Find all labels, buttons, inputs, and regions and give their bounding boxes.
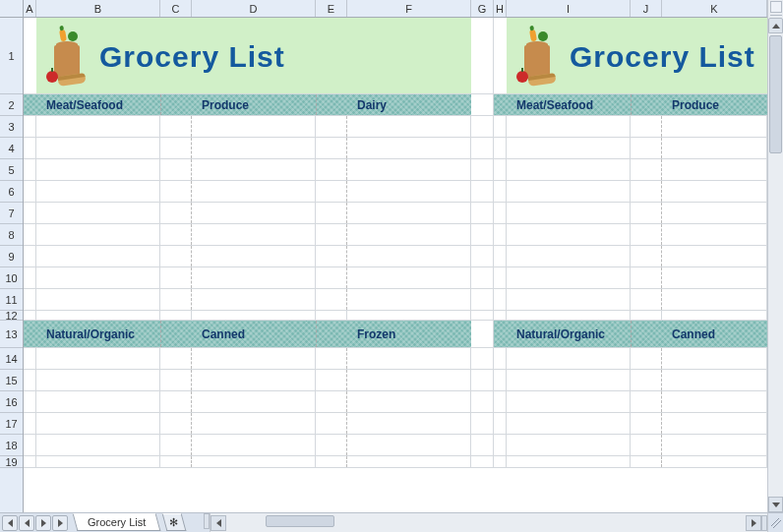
cell[interactable] [316, 181, 347, 202]
cell[interactable] [494, 289, 507, 310]
scroll-up-button[interactable] [768, 18, 783, 33]
cell[interactable] [471, 159, 494, 180]
cell[interactable] [507, 413, 631, 434]
cell[interactable] [631, 370, 662, 390]
cell[interactable] [192, 246, 316, 266]
cell[interactable] [471, 435, 494, 455]
cell[interactable] [494, 203, 507, 223]
cell[interactable] [507, 456, 631, 467]
cell[interactable] [507, 159, 631, 180]
cell[interactable] [494, 456, 507, 467]
cell[interactable] [507, 289, 631, 310]
sheet-tab[interactable]: Grocery List [73, 513, 161, 531]
cell[interactable] [494, 348, 507, 369]
cell[interactable] [347, 116, 471, 137]
cell[interactable] [494, 391, 507, 412]
row-header[interactable]: 10 [0, 267, 23, 289]
cell[interactable] [192, 391, 316, 412]
scroll-right-button[interactable] [746, 515, 761, 531]
cell[interactable] [347, 138, 471, 158]
cell[interactable] [347, 267, 471, 288]
cell[interactable] [631, 311, 662, 320]
cell[interactable] [36, 267, 160, 288]
cell[interactable] [24, 18, 36, 93]
scroll-thumb[interactable] [266, 515, 334, 527]
cell[interactable] [507, 391, 631, 412]
cell[interactable] [347, 203, 471, 223]
cell[interactable] [347, 435, 471, 455]
row-header[interactable]: 5 [0, 159, 23, 181]
cell[interactable] [631, 224, 662, 245]
row-header[interactable]: 7 [0, 203, 23, 224]
column-header[interactable]: J [631, 0, 662, 17]
cell[interactable] [631, 321, 662, 347]
cell[interactable] [494, 435, 507, 455]
row-header[interactable]: 17 [0, 413, 23, 435]
cell[interactable] [192, 348, 316, 369]
cell[interactable] [631, 116, 662, 137]
cell[interactable] [24, 435, 36, 455]
cell[interactable] [316, 159, 347, 180]
cell[interactable] [471, 224, 494, 245]
cell[interactable] [160, 116, 192, 137]
cell[interactable] [494, 18, 507, 93]
cell[interactable] [316, 224, 347, 245]
cell[interactable] [347, 289, 471, 310]
cell[interactable] [316, 267, 347, 288]
cell[interactable] [662, 224, 767, 245]
cell[interactable] [662, 311, 767, 320]
cell[interactable] [36, 391, 160, 412]
scroll-down-button[interactable] [768, 497, 783, 512]
cell[interactable] [471, 116, 494, 137]
cell[interactable] [662, 456, 767, 467]
cell[interactable] [347, 348, 471, 369]
cell[interactable] [36, 413, 160, 434]
cell[interactable] [192, 456, 316, 467]
column-header[interactable]: G [471, 0, 494, 17]
cell[interactable] [24, 267, 36, 288]
cell[interactable] [316, 246, 347, 266]
cell[interactable] [471, 267, 494, 288]
cell[interactable] [662, 138, 767, 158]
cell[interactable] [160, 435, 192, 455]
cell[interactable] [316, 456, 347, 467]
cell[interactable] [316, 370, 347, 390]
cell[interactable] [494, 138, 507, 158]
last-sheet-button[interactable] [52, 515, 68, 531]
cell[interactable] [631, 203, 662, 223]
cell[interactable] [160, 203, 192, 223]
first-sheet-button[interactable] [2, 515, 18, 531]
cell[interactable] [494, 267, 507, 288]
cell[interactable] [36, 246, 160, 266]
cell[interactable] [24, 159, 36, 180]
cell[interactable] [662, 413, 767, 434]
cell[interactable] [494, 94, 507, 115]
cell[interactable] [160, 321, 192, 347]
cell[interactable] [471, 246, 494, 266]
cell[interactable] [316, 203, 347, 223]
column-header[interactable]: K [662, 0, 767, 17]
cell[interactable] [192, 413, 316, 434]
cell[interactable] [160, 159, 192, 180]
cell[interactable] [507, 181, 631, 202]
column-header[interactable]: A [24, 0, 36, 17]
cell[interactable] [160, 370, 192, 390]
vertical-scrollbar[interactable] [767, 0, 783, 512]
row-header[interactable]: 4 [0, 138, 23, 159]
cell[interactable] [160, 138, 192, 158]
cell[interactable] [471, 181, 494, 202]
cell[interactable] [471, 138, 494, 158]
cell[interactable] [347, 246, 471, 266]
cell[interactable] [160, 413, 192, 434]
row-header[interactable]: 16 [0, 391, 23, 413]
cell[interactable] [507, 348, 631, 369]
cell[interactable] [347, 159, 471, 180]
row-header[interactable]: 2 [0, 94, 23, 116]
cell[interactable] [494, 181, 507, 202]
cell[interactable] [494, 370, 507, 390]
cell[interactable] [662, 435, 767, 455]
cell[interactable] [316, 348, 347, 369]
cell[interactable] [36, 289, 160, 310]
cell[interactable] [631, 456, 662, 467]
column-header[interactable]: D [192, 0, 316, 17]
